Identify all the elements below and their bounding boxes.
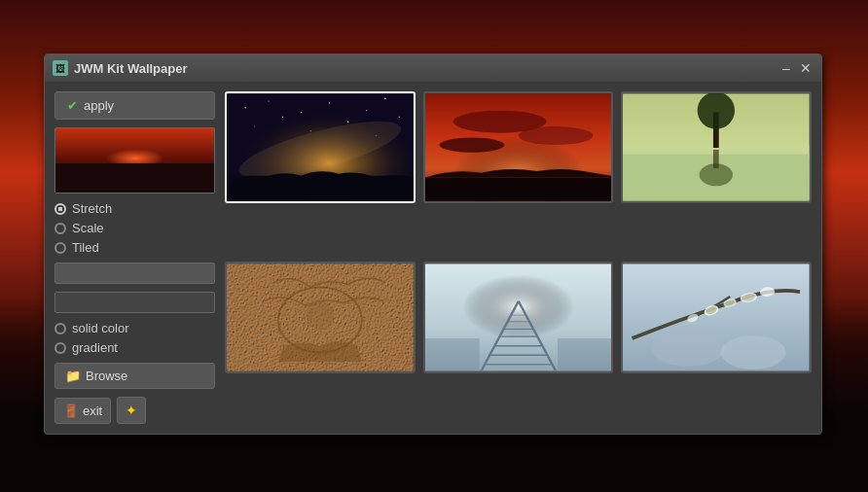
wallpaper-thumb-3[interactable]: [621, 91, 812, 203]
wallpaper-thumb-5[interactable]: [423, 262, 614, 373]
tiled-option[interactable]: Tiled: [54, 240, 215, 255]
preview-horizon: [55, 163, 214, 193]
display-mode-group: Stretch Scale Tiled: [54, 201, 215, 255]
gradient-label: gradient: [72, 340, 118, 355]
titlebar: 🖼 JWM Kit Wallpaper – ✕: [45, 54, 821, 82]
gradient-option[interactable]: gradient: [54, 340, 215, 355]
svg-point-33: [306, 301, 334, 330]
star-button[interactable]: ✦: [117, 397, 146, 424]
svg-point-8: [254, 125, 255, 126]
svg-rect-46: [558, 338, 612, 371]
star-icon: ✦: [126, 403, 137, 418]
main-window: 🖼 JWM Kit Wallpaper – ✕ ✔ apply: [44, 53, 822, 435]
svg-point-20: [439, 137, 504, 152]
tiled-label: Tiled: [72, 240, 99, 255]
browse-label: Browse: [86, 369, 127, 383]
wallpaper-thumb-6[interactable]: [621, 262, 812, 373]
svg-rect-21: [425, 178, 612, 201]
svg-point-19: [518, 126, 593, 145]
apply-button[interactable]: ✔ apply: [54, 91, 215, 120]
bottom-row: 🚪 exit ✦: [54, 397, 215, 424]
svg-point-6: [366, 110, 367, 111]
browse-button[interactable]: 📁 Browse: [54, 363, 215, 389]
svg-point-48: [651, 329, 726, 366]
close-button[interactable]: ✕: [798, 60, 814, 76]
svg-point-2: [244, 107, 246, 109]
gradient-radio[interactable]: [54, 342, 66, 354]
solid-color-option[interactable]: solid color: [54, 321, 215, 335]
color-input-primary[interactable]: [54, 263, 215, 284]
exit-label: exit: [83, 404, 102, 418]
wallpaper-preview: [54, 127, 215, 193]
fill-mode-group: solid color gradient: [54, 321, 215, 355]
stretch-label: Stretch: [72, 201, 112, 216]
wallpaper-thumb-4[interactable]: [225, 262, 416, 373]
svg-point-26: [698, 93, 735, 129]
svg-point-10: [310, 130, 311, 131]
scale-radio[interactable]: [54, 223, 66, 234]
svg-point-9: [282, 117, 283, 118]
left-panel: ✔ apply Stretch Scale: [54, 91, 215, 424]
window-title: JWM Kit Wallpaper: [74, 61, 188, 76]
wallpaper-thumb-2[interactable]: [423, 91, 614, 203]
svg-rect-45: [425, 338, 480, 371]
minimize-button[interactable]: –: [778, 60, 794, 76]
stretch-radio[interactable]: [54, 203, 66, 215]
svg-point-13: [399, 117, 400, 118]
scale-label: Scale: [72, 221, 104, 235]
apply-label: apply: [84, 98, 114, 113]
exit-icon: 🚪: [63, 404, 79, 418]
svg-point-49: [721, 335, 786, 369]
scale-option[interactable]: Scale: [54, 221, 215, 235]
wallpaper-thumb-1[interactable]: [225, 91, 416, 203]
svg-point-4: [301, 112, 303, 114]
color-input-secondary[interactable]: [54, 292, 215, 313]
stretch-option[interactable]: Stretch: [54, 201, 215, 216]
tiled-radio[interactable]: [54, 242, 66, 254]
svg-point-28: [700, 163, 734, 186]
window-body: ✔ apply Stretch Scale: [45, 82, 821, 434]
svg-point-11: [347, 121, 349, 123]
titlebar-left: 🖼 JWM Kit Wallpaper: [53, 60, 188, 76]
browse-folder-icon: 📁: [65, 369, 81, 383]
exit-button[interactable]: 🚪 exit: [54, 398, 111, 424]
window-icon: 🖼: [53, 60, 68, 76]
svg-point-7: [384, 97, 386, 99]
svg-point-3: [269, 100, 270, 101]
svg-point-5: [329, 102, 330, 103]
titlebar-controls: – ✕: [778, 60, 814, 76]
apply-checkmark-icon: ✔: [67, 98, 78, 113]
wallpaper-grid: [225, 91, 812, 424]
solid-color-label: solid color: [72, 321, 129, 335]
solid-color-radio[interactable]: [54, 323, 66, 334]
